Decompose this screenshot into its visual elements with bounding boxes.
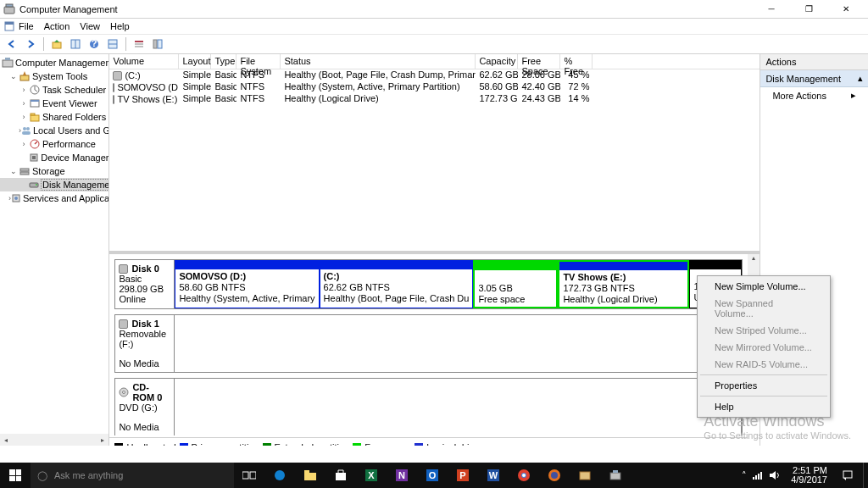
edge-icon[interactable] <box>264 463 295 488</box>
notifications-icon[interactable] <box>832 469 863 481</box>
partition-c[interactable]: (C:)62.62 GB NTFSHealthy (Boot, Page Fil… <box>320 260 474 308</box>
store-icon[interactable] <box>326 463 356 488</box>
file-icon <box>3 20 15 32</box>
svg-rect-62 <box>753 477 754 480</box>
col-volume[interactable]: Volume <box>109 54 179 69</box>
svg-rect-41 <box>304 473 316 480</box>
col-capacity[interactable]: Capacity <box>476 54 518 69</box>
panel-button-2[interactable] <box>104 36 121 53</box>
volume-list[interactable]: Volume Layout Type File System Status Ca… <box>109 54 760 254</box>
app-icon[interactable] <box>570 463 600 488</box>
ctx-new-spanned: New Spanned Volume... <box>699 295 828 322</box>
svg-rect-4 <box>53 42 61 48</box>
start-button[interactable] <box>0 469 31 481</box>
detail-button[interactable] <box>149 36 166 53</box>
onenote-icon[interactable]: N <box>387 463 417 488</box>
ctx-new-simple[interactable]: New Simple Volume... <box>699 278 828 295</box>
actions-group[interactable]: Disk Management▴ <box>760 70 868 87</box>
svg-point-24 <box>23 127 26 130</box>
svg-rect-18 <box>20 75 29 80</box>
firefox-icon[interactable] <box>539 463 570 488</box>
explorer-icon[interactable] <box>295 463 326 488</box>
volume-header[interactable]: Volume Layout Type File System Status Ca… <box>109 54 760 69</box>
svg-text:W: W <box>489 470 498 480</box>
folder-up-button[interactable] <box>48 36 65 53</box>
volume-row[interactable]: TV Shows (E:) SimpleBasicNTFS Healthy (L… <box>109 93 760 105</box>
nav-tree[interactable]: Computer Management (Local ⌄System Tools… <box>0 54 109 446</box>
word-icon[interactable]: W <box>478 463 509 488</box>
task-view-icon[interactable] <box>234 463 264 488</box>
svg-rect-42 <box>304 470 309 473</box>
volume-row[interactable]: (C:) SimpleBasicNTFS Healthy (Boot, Page… <box>109 69 760 81</box>
system-tray[interactable]: ˄ <box>737 470 786 481</box>
tree-local-users[interactable]: ›Local Users and Groups <box>0 124 108 137</box>
tree-system-tools[interactable]: ⌄System Tools <box>0 69 108 83</box>
svg-rect-22 <box>31 115 39 121</box>
svg-rect-16 <box>3 60 13 67</box>
drive-icon <box>113 83 114 92</box>
excel-icon[interactable]: X <box>356 463 387 488</box>
tree-performance[interactable]: ›Performance <box>0 137 108 151</box>
list-button[interactable] <box>131 36 147 53</box>
partition-free[interactable]: 3.05 GBFree space <box>473 260 558 308</box>
help-button[interactable]: ? <box>86 36 103 53</box>
tree-event-viewer[interactable]: ›Event Viewer <box>0 97 108 110</box>
clock[interactable]: 2:51 PM4/9/2017 <box>786 466 832 485</box>
volume-icon[interactable] <box>769 470 781 480</box>
drive-icon <box>113 71 122 80</box>
mgmt-icon[interactable] <box>600 463 631 488</box>
col-pct[interactable]: % Free <box>560 54 593 69</box>
back-button[interactable] <box>3 36 20 53</box>
forward-button[interactable] <box>22 36 39 53</box>
tree-h-scrollbar[interactable]: ◂▸ <box>0 434 108 446</box>
tree-root[interactable]: Computer Management (Local <box>0 56 108 69</box>
ctx-properties[interactable]: Properties <box>699 377 828 394</box>
menu-help[interactable]: Help <box>110 21 130 31</box>
powerpoint-icon[interactable]: P <box>448 463 478 488</box>
volume-row[interactable]: SOMOVSO (D:) SimpleBasicNTFS Healthy (Sy… <box>109 81 760 93</box>
network-icon[interactable] <box>752 470 764 480</box>
actions-more[interactable]: More Actions▸ <box>760 87 868 103</box>
col-status[interactable]: Status <box>281 54 476 69</box>
tree-storage[interactable]: ⌄Storage <box>0 164 108 178</box>
tray-up-icon[interactable]: ˄ <box>742 470 747 481</box>
tree-services[interactable]: ›Services and Applications <box>0 191 108 205</box>
menu-action[interactable]: Action <box>44 21 70 31</box>
col-free[interactable]: Free Space <box>518 54 560 69</box>
tree-disk-management[interactable]: Disk Management <box>0 178 108 191</box>
show-desktop[interactable] <box>863 463 868 488</box>
maximize-button[interactable]: ❐ <box>790 0 827 19</box>
minimize-button[interactable]: ─ <box>753 0 790 19</box>
col-type[interactable]: Type <box>211 54 236 69</box>
svg-text:?: ? <box>92 38 97 48</box>
col-fs[interactable]: File System <box>236 54 281 69</box>
context-menu: New Simple Volume... New Spanned Volume.… <box>697 275 831 418</box>
svg-text:X: X <box>368 470 375 480</box>
outlook-icon[interactable]: O <box>417 463 448 488</box>
panel-button-1[interactable] <box>67 36 84 53</box>
svg-rect-26 <box>22 131 31 135</box>
chrome-icon[interactable] <box>509 463 539 488</box>
svg-point-33 <box>36 184 37 186</box>
window-title: Computer Management <box>19 4 118 14</box>
col-layout[interactable]: Layout <box>179 54 211 69</box>
svg-text:N: N <box>398 470 405 480</box>
disk-label[interactable]: Disk 0 Basic 298.09 GB Online <box>115 260 175 308</box>
svg-point-37 <box>123 391 125 394</box>
search-box[interactable]: ◯ Ask me anything <box>31 463 234 488</box>
svg-point-25 <box>26 127 30 130</box>
disk-label[interactable]: CD-ROM 0 DVD (G:) No Media <box>115 379 175 435</box>
tree-device-manager[interactable]: Device Manager <box>0 151 108 164</box>
svg-rect-17 <box>5 58 10 60</box>
ctx-help[interactable]: Help <box>699 398 828 415</box>
menu-view[interactable]: View <box>80 21 100 31</box>
tree-shared-folders[interactable]: ›Shared Folders <box>0 110 108 124</box>
tree-task-scheduler[interactable]: ›Task Scheduler <box>0 83 108 97</box>
close-button[interactable]: ✕ <box>827 0 865 19</box>
disk-label[interactable]: Disk 1 Removable (F:) No Media <box>115 315 175 372</box>
partition-d[interactable]: SOMOVSO (D:)58.60 GB NTFSHealthy (System… <box>175 260 319 308</box>
menu-file[interactable]: File <box>19 21 34 31</box>
svg-rect-38 <box>242 472 248 479</box>
partition-e[interactable]: TV Shows (E:)172.73 GB NTFSHealthy (Logi… <box>558 260 689 308</box>
svg-rect-60 <box>610 473 620 480</box>
